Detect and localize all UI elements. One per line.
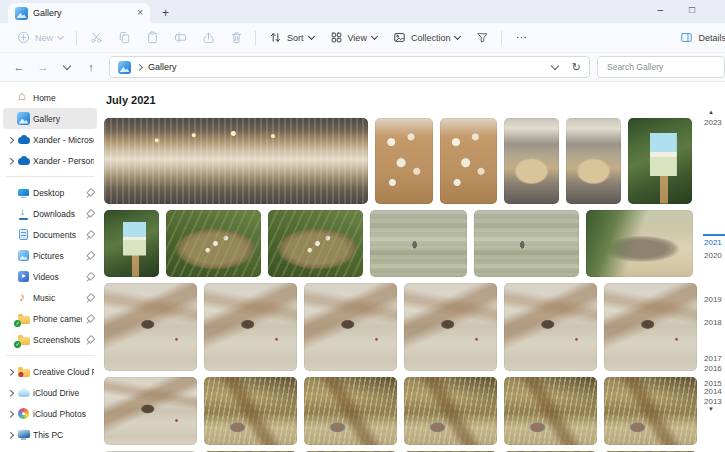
timeline-down-icon[interactable]: ▼ bbox=[708, 406, 714, 412]
breadcrumb[interactable]: Gallery bbox=[148, 62, 177, 72]
chevron-right-icon bbox=[6, 189, 14, 197]
chevron-right-icon[interactable] bbox=[6, 431, 14, 439]
sidebar-item-videos[interactable]: Videos bbox=[3, 266, 97, 287]
chevron-right-icon[interactable] bbox=[6, 157, 14, 165]
photo-thumbnail-sparrow[interactable] bbox=[604, 377, 697, 445]
photo-thumbnail-sparrow[interactable] bbox=[404, 377, 497, 445]
sidebar-item-creative-cloud-files[interactable]: Creative Cloud Files bbox=[3, 361, 97, 382]
photo-thumbnail-field[interactable] bbox=[474, 210, 579, 277]
timeline-year-2018[interactable]: 2018 bbox=[704, 318, 722, 327]
share-button[interactable] bbox=[195, 27, 221, 49]
new-tab-button[interactable]: + bbox=[162, 6, 169, 20]
chevron-right-icon[interactable] bbox=[6, 389, 14, 397]
view-button[interactable]: View bbox=[323, 27, 384, 49]
chevron-right-icon[interactable] bbox=[6, 136, 14, 144]
sidebar-item-downloads[interactable]: Downloads bbox=[3, 203, 97, 224]
rename-button[interactable] bbox=[167, 27, 193, 49]
photo-thumbnail-sack[interactable] bbox=[504, 118, 559, 204]
up-button[interactable]: ↑ bbox=[80, 57, 102, 77]
photo-thumbnail-cork[interactable] bbox=[440, 118, 497, 204]
photo-thumbnail-nest[interactable] bbox=[166, 210, 261, 277]
photo-thumbnail-sandbird[interactable] bbox=[404, 283, 497, 371]
copy-button[interactable] bbox=[111, 27, 137, 49]
photo-thumbnail-sandbird[interactable] bbox=[104, 377, 197, 445]
photo-thumbnail-field[interactable] bbox=[370, 210, 467, 277]
photo-row bbox=[104, 210, 721, 277]
photo-thumbnail-sandbird[interactable] bbox=[204, 283, 297, 371]
copy-icon bbox=[118, 31, 131, 44]
refresh-button[interactable]: ↻ bbox=[572, 62, 581, 73]
sort-button[interactable]: Sort bbox=[262, 27, 321, 49]
sidebar-item-pictures[interactable]: Pictures bbox=[3, 245, 97, 266]
back-button[interactable]: ← bbox=[8, 57, 30, 77]
new-button[interactable]: New bbox=[10, 27, 70, 49]
timeline-year-2017[interactable]: 2017 bbox=[704, 354, 722, 363]
photo-row bbox=[104, 118, 721, 204]
window-body: HomeGalleryXander - MicrosoftXander - Pe… bbox=[0, 82, 725, 452]
photo-thumbnail-sparrow[interactable] bbox=[504, 377, 597, 445]
tab-gallery[interactable]: Gallery × bbox=[8, 3, 150, 23]
address-dropdown-icon[interactable] bbox=[551, 62, 559, 70]
sidebar-item-documents[interactable]: Documents bbox=[3, 224, 97, 245]
photo-thumbnail-sparrow[interactable] bbox=[304, 377, 397, 445]
photo-thumbnail-sandbird[interactable] bbox=[104, 283, 197, 371]
photo-thumbnail-sign[interactable] bbox=[104, 210, 159, 277]
timeline-year-2016[interactable]: 2016 bbox=[704, 364, 722, 373]
breadcrumb-chevron-icon bbox=[136, 63, 143, 70]
search-input[interactable] bbox=[605, 61, 717, 73]
trash-icon bbox=[230, 31, 243, 44]
collection-button[interactable]: Collection bbox=[386, 27, 468, 49]
more-options-button[interactable] bbox=[508, 27, 534, 49]
timeline-year-2023[interactable]: 2023 bbox=[704, 118, 722, 127]
photo-thumbnail-sack[interactable] bbox=[566, 118, 621, 204]
chevron-right-icon bbox=[6, 315, 14, 323]
sidebar-separator bbox=[6, 176, 94, 177]
timeline-year-2013[interactable]: 2013 bbox=[704, 397, 722, 406]
timeline-year-2020[interactable]: 2020 bbox=[704, 251, 722, 260]
photo-thumbnail-cork[interactable] bbox=[375, 118, 433, 204]
sidebar-item-music[interactable]: Music bbox=[3, 287, 97, 308]
sidebar-item-home[interactable]: Home bbox=[3, 87, 97, 108]
sidebar-item-desktop[interactable]: Desktop bbox=[3, 182, 97, 203]
minimize-button[interactable]: – bbox=[657, 4, 663, 15]
sidebar-item-gallery[interactable]: Gallery bbox=[3, 108, 97, 129]
sidebar-item-xander-microsoft[interactable]: Xander - Microsoft bbox=[3, 129, 97, 150]
pin-icon bbox=[85, 251, 94, 261]
address-bar[interactable]: Gallery ↻ bbox=[109, 56, 590, 78]
chevron-right-icon[interactable] bbox=[6, 368, 14, 376]
sidebar-item-screenshots[interactable]: Screenshots bbox=[3, 329, 97, 350]
photo-thumbnail-sandbird[interactable] bbox=[604, 283, 697, 371]
cut-button[interactable] bbox=[83, 27, 109, 49]
details-button[interactable]: Details bbox=[673, 27, 725, 49]
timeline-year-2019[interactable]: 2019 bbox=[704, 295, 722, 304]
timeline-year-2021[interactable]: 2021 bbox=[704, 238, 722, 247]
sidebar-item-label: Downloads bbox=[33, 209, 82, 219]
chevron-right-icon[interactable] bbox=[6, 410, 14, 418]
paste-button[interactable] bbox=[139, 27, 165, 49]
photo-thumbnail-sandbird[interactable] bbox=[304, 283, 397, 371]
sidebar-item-label: iCloud Photos bbox=[33, 409, 94, 419]
filter-button[interactable] bbox=[469, 27, 495, 49]
timeline-year-2014[interactable]: 2014 bbox=[704, 387, 722, 396]
photo-thumbnail-pano[interactable] bbox=[104, 118, 368, 204]
forward-button[interactable]: → bbox=[32, 57, 54, 77]
sidebar-item-xander-personal[interactable]: Xander - Personal bbox=[3, 150, 97, 171]
photo-thumbnail-drift[interactable] bbox=[586, 210, 693, 277]
photo-thumbnail-nest[interactable] bbox=[268, 210, 363, 277]
chevron-right-icon bbox=[6, 231, 14, 239]
plus-circle-icon bbox=[17, 31, 30, 44]
photo-thumbnail-sign[interactable] bbox=[628, 118, 692, 204]
photo-thumbnail-sparrow[interactable] bbox=[204, 377, 297, 445]
maximize-button[interactable]: □ bbox=[689, 4, 695, 15]
window-controls: – □ bbox=[657, 4, 695, 15]
delete-button[interactable] bbox=[223, 27, 249, 49]
pin-icon bbox=[85, 293, 94, 303]
tab-close-icon[interactable]: × bbox=[137, 8, 143, 18]
recent-locations-button[interactable] bbox=[56, 57, 78, 77]
sidebar-item-phone-camera-roll[interactable]: Phone camera ro bbox=[3, 308, 97, 329]
sidebar-item-this-pc[interactable]: This PC bbox=[3, 424, 97, 445]
sidebar-item-icloud-photos[interactable]: iCloud Photos bbox=[3, 403, 97, 424]
photo-thumbnail-sandbird[interactable] bbox=[504, 283, 597, 371]
sidebar-item-icloud-drive[interactable]: iCloud Drive bbox=[3, 382, 97, 403]
timeline-up-icon[interactable]: ▲ bbox=[708, 109, 714, 115]
